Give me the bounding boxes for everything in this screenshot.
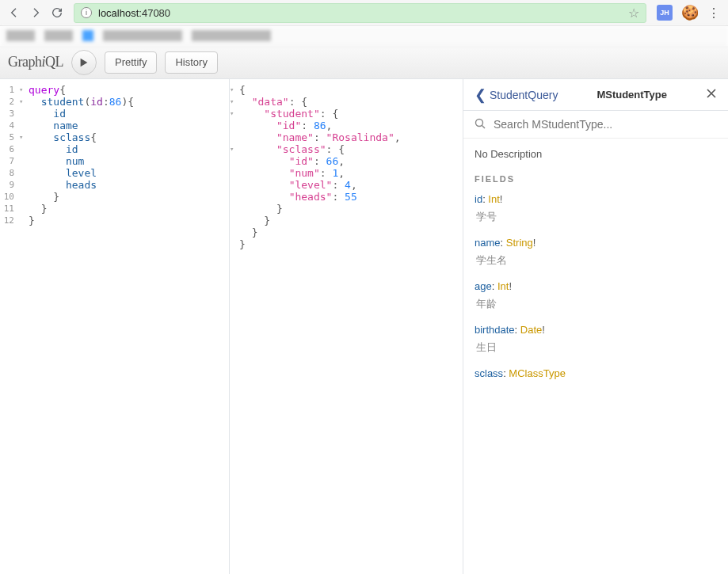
- result-code: { "data": { "student": { "id": 86, "name…: [239, 84, 463, 250]
- extension-cookie-icon[interactable]: 🍪: [681, 4, 699, 21]
- docs-field[interactable]: birthdate: Date!: [475, 324, 717, 336]
- svg-line-1: [482, 125, 486, 128]
- browser-toolbar: i localhost:47080 ☆ JH 🍪 ⋮: [0, 0, 728, 26]
- field-description: 学号: [476, 210, 717, 224]
- query-line-gutter: 123456789101112: [0, 84, 19, 226]
- field-type[interactable]: Date: [520, 324, 542, 336]
- field-type[interactable]: MClassType: [509, 367, 566, 379]
- address-bar[interactable]: i localhost:47080 ☆: [74, 3, 646, 23]
- info-icon[interactable]: i: [81, 7, 92, 18]
- reload-button[interactable]: [48, 3, 67, 22]
- result-fold-gutter: ▾▾▾ ▾: [230, 84, 239, 250]
- extension-badge[interactable]: JH: [657, 5, 673, 21]
- result-viewer: ▾▾▾ ▾ { "data": { "student": { "id": 86,…: [230, 79, 463, 574]
- field-name: sclass: [475, 367, 503, 379]
- search-icon: [475, 118, 486, 131]
- back-button[interactable]: [5, 3, 24, 22]
- docs-back-label: StudentQuery: [490, 89, 558, 101]
- star-icon[interactable]: ☆: [628, 6, 639, 21]
- docs-title: MStudentType: [562, 89, 701, 101]
- execute-button[interactable]: [71, 50, 97, 75]
- docs-field[interactable]: sclass: MClassType: [475, 367, 717, 379]
- field-description: 生日: [476, 340, 717, 355]
- chevron-left-icon: ❮: [475, 86, 486, 104]
- query-code[interactable]: query{ student(id:86){ id name sclass{ i…: [29, 84, 229, 226]
- field-description: 学生名: [476, 253, 717, 268]
- docs-field[interactable]: age: Int!: [475, 280, 717, 292]
- svg-point-0: [476, 119, 483, 126]
- docs-search[interactable]: [463, 111, 728, 139]
- field-name: age: [475, 280, 492, 292]
- url-host: localhost:: [98, 7, 142, 19]
- docs-description: No Description: [475, 148, 717, 160]
- url-port: 47080: [142, 7, 170, 19]
- field-type[interactable]: Int: [497, 280, 509, 292]
- field-name: id: [475, 193, 482, 205]
- prettify-button[interactable]: Prettify: [105, 51, 157, 74]
- field-name: birthdate: [475, 324, 515, 336]
- main-panels: 123456789101112 ▾▾ ▾ query{ student(id:8…: [0, 79, 728, 574]
- docs-field[interactable]: id: Int!: [475, 193, 717, 205]
- docs-fields-heading: FIELDS: [475, 174, 717, 184]
- fold-gutter: ▾▾ ▾: [19, 84, 29, 226]
- docs-back-button[interactable]: ❮ StudentQuery: [475, 86, 558, 104]
- docs-close-button[interactable]: [706, 88, 717, 101]
- menu-button[interactable]: ⋮: [704, 6, 723, 21]
- docs-field[interactable]: name: String!: [475, 237, 717, 249]
- docs-body: No Description FIELDS id: Int!学号name: St…: [463, 139, 728, 393]
- field-name: name: [475, 237, 501, 249]
- graphiql-logo: GraphiQL: [8, 54, 63, 70]
- docs-header: ❮ StudentQuery MStudentType: [463, 79, 728, 111]
- query-editor[interactable]: 123456789101112 ▾▾ ▾ query{ student(id:8…: [0, 79, 230, 574]
- docs-fields-list: id: Int!学号name: String!学生名age: Int!年龄bir…: [475, 193, 717, 379]
- docs-panel: ❮ StudentQuery MStudentType No Descripti…: [463, 79, 728, 574]
- bookmarks-bar: [0, 26, 728, 46]
- field-description: 年龄: [476, 297, 717, 311]
- field-type[interactable]: String: [506, 237, 533, 249]
- field-type[interactable]: Int: [488, 193, 499, 205]
- graphiql-topbar: GraphiQL Prettify History: [0, 46, 728, 79]
- docs-search-input[interactable]: [492, 117, 717, 131]
- forward-button[interactable]: [26, 3, 45, 22]
- graphiql-app: GraphiQL Prettify History 12345678910111…: [0, 46, 728, 574]
- history-button[interactable]: History: [165, 51, 217, 74]
